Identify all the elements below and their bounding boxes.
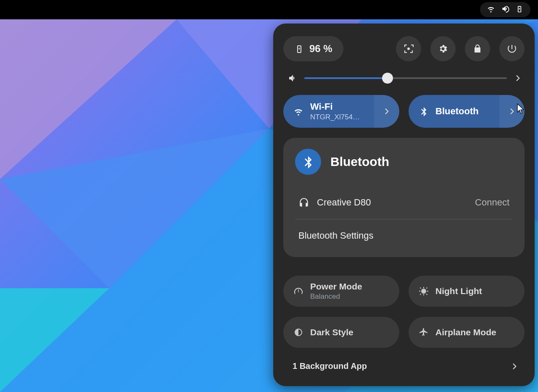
chevron-right-icon — [382, 107, 391, 116]
background-apps-row[interactable]: 1 Background App — [283, 358, 525, 371]
settings-button[interactable] — [430, 36, 456, 61]
bluetooth-tile[interactable]: Bluetooth — [409, 95, 525, 128]
battery-icon — [515, 5, 524, 15]
airplane-mode-title: Airplane Mode — [435, 327, 496, 337]
night-light-icon — [419, 286, 429, 296]
volume-slider[interactable] — [304, 77, 507, 79]
battery-button[interactable]: 96 % — [283, 36, 343, 61]
bluetooth-badge-icon — [295, 149, 321, 175]
wifi-icon — [293, 106, 303, 116]
bluetooth-expand-button[interactable] — [499, 95, 525, 128]
airplane-mode-tile[interactable]: Airplane Mode — [409, 317, 525, 348]
system-menu-panel: 96 % — [273, 24, 535, 386]
bluetooth-panel-title: Bluetooth — [330, 155, 389, 169]
svg-point-7 — [407, 47, 410, 50]
background-apps-label: 1 Background App — [293, 361, 367, 371]
wifi-title: Wi-Fi — [310, 101, 360, 112]
wifi-ssid: NTGR_Xl754… — [310, 113, 360, 121]
status-area[interactable] — [480, 2, 530, 17]
chevron-right-icon — [508, 107, 516, 116]
power-mode-title: Power Mode — [310, 282, 362, 292]
chevron-right-icon — [510, 362, 519, 371]
power-mode-tile[interactable]: Power Mode Balanced — [283, 276, 399, 307]
bluetooth-icon — [419, 106, 429, 116]
bluetooth-device-row[interactable]: Creative D80 Connect — [295, 186, 513, 219]
dark-style-title: Dark Style — [310, 327, 353, 337]
bluetooth-settings-label: Bluetooth Settings — [298, 230, 374, 241]
volume-icon — [287, 73, 298, 83]
lock-icon — [472, 44, 483, 54]
airplane-icon — [419, 327, 429, 337]
volume-more-icon[interactable] — [514, 74, 522, 82]
battery-icon — [294, 44, 304, 54]
power-mode-sub: Balanced — [310, 292, 362, 301]
headphones-icon — [298, 197, 309, 208]
top-bar — [0, 0, 538, 19]
bluetooth-panel: Bluetooth Creative D80 Connect Bluetooth… — [283, 138, 525, 257]
screenshot-icon — [404, 44, 414, 54]
power-icon — [507, 44, 517, 54]
wifi-tile[interactable]: Wi-Fi NTGR_Xl754… — [283, 95, 399, 128]
bluetooth-connect-button[interactable]: Connect — [475, 197, 509, 208]
screenshot-button[interactable] — [396, 36, 421, 61]
dark-style-tile[interactable]: Dark Style — [283, 317, 399, 348]
bluetooth-settings-row[interactable]: Bluetooth Settings — [295, 219, 513, 252]
bluetooth-title: Bluetooth — [435, 106, 479, 117]
wifi-expand-button[interactable] — [374, 95, 399, 128]
speedometer-icon — [293, 286, 303, 296]
volume-icon — [501, 5, 509, 15]
night-light-tile[interactable]: Night Light — [409, 276, 525, 307]
volume-row — [283, 73, 525, 83]
bluetooth-device-name: Creative D80 — [317, 197, 371, 208]
contrast-icon — [293, 327, 303, 337]
wifi-icon — [487, 5, 495, 15]
gear-icon — [438, 44, 448, 54]
lock-button[interactable] — [465, 36, 490, 61]
night-light-title: Night Light — [435, 286, 482, 296]
battery-label: 96 % — [309, 43, 332, 55]
power-button[interactable] — [499, 36, 525, 61]
